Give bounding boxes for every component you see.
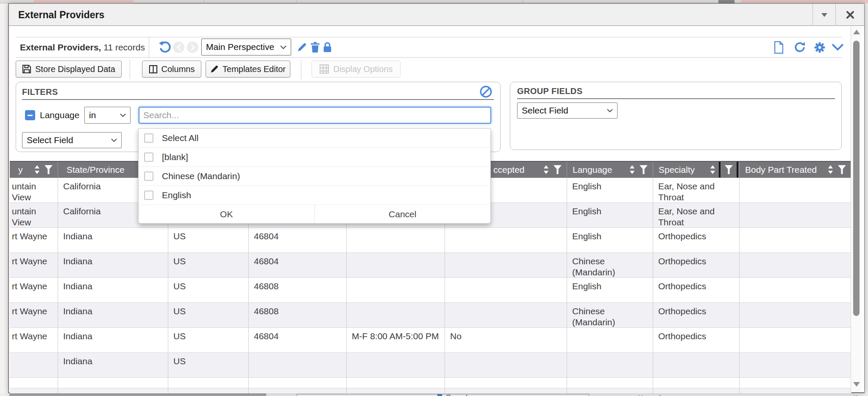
- table-cell: rt Wayne: [10, 278, 58, 302]
- table-cell: [740, 378, 851, 388]
- triangle-up-icon: [853, 30, 860, 34]
- table-cell: Indiana: [58, 353, 168, 377]
- table-actions-row: Store Displayed Data Columns Templates E…: [16, 61, 842, 78]
- table-cell: [740, 353, 851, 377]
- table-cell: [347, 253, 445, 277]
- filter-value-dropdown: Select All[blank]Chinese (Mandarin)Engli…: [138, 128, 491, 224]
- table-row[interactable]: [10, 378, 851, 388]
- filter-operator-select[interactable]: in: [84, 107, 131, 124]
- table-row[interactable]: rt WayneIndianaUS46808EnglishOrthopedics: [10, 278, 851, 303]
- filter-funnel-icon[interactable]: [43, 164, 53, 176]
- sort-icon[interactable]: [34, 164, 40, 175]
- table-cell: [58, 388, 168, 393]
- sort-icon[interactable]: [827, 164, 834, 175]
- table-cell: rt Wayne: [10, 303, 58, 327]
- filter-option-label: Select All: [162, 133, 198, 143]
- table-cell: [347, 353, 445, 377]
- sort-icon[interactable]: [629, 164, 635, 175]
- columns-button[interactable]: Columns: [142, 61, 201, 78]
- divider: [517, 98, 835, 99]
- table-cell: [445, 253, 567, 277]
- lock-perspective-button[interactable]: [323, 37, 332, 57]
- dialog-titlebar: External Providers: [9, 4, 864, 26]
- filter-search-input[interactable]: [139, 107, 491, 124]
- table-cell: US: [168, 328, 249, 352]
- grid-icon: [437, 394, 442, 396]
- new-record-button[interactable]: [773, 37, 784, 57]
- column-header[interactable]: Specialty: [653, 162, 740, 177]
- ok-button[interactable]: OK: [139, 205, 315, 224]
- collapse-toolbar-button[interactable]: [832, 37, 843, 57]
- settings-button[interactable]: [813, 37, 826, 57]
- scrollbar-thumb[interactable]: [853, 41, 860, 316]
- vertical-scrollbar[interactable]: [851, 26, 862, 392]
- scroll-up-button[interactable]: [851, 27, 862, 36]
- cancel-button[interactable]: Cancel: [315, 205, 491, 224]
- column-header[interactable]: Body Part Treated: [740, 162, 851, 177]
- chevron-down-icon: [280, 45, 287, 49]
- dialog-menu-button[interactable]: [812, 4, 835, 26]
- filter-funnel-icon[interactable]: [638, 164, 648, 176]
- filter-funnel-icon[interactable]: [552, 164, 562, 176]
- filter-option[interactable]: [blank]: [139, 148, 490, 167]
- table-row[interactable]: IndianaUS: [10, 353, 851, 378]
- checkbox-unchecked[interactable]: [144, 133, 153, 143]
- display-options-button: Display Options: [312, 61, 401, 78]
- refresh-button[interactable]: [793, 37, 806, 57]
- sort-icon[interactable]: [709, 164, 716, 175]
- delete-perspective-button[interactable]: [310, 37, 320, 57]
- filter-option[interactable]: Select All: [139, 129, 490, 148]
- column-header[interactable]: Language: [567, 162, 653, 177]
- filter-enabled-checkbox[interactable]: [25, 110, 35, 120]
- history-back-button[interactable]: [173, 37, 184, 57]
- table-cell: [249, 388, 347, 393]
- table-cell: rt Wayne: [10, 253, 58, 277]
- edit-perspective-button[interactable]: [297, 37, 307, 57]
- undo-button[interactable]: [159, 37, 172, 57]
- table-row[interactable]: rt WayneIndianaUS46808Chinese (Mandarin)…: [10, 303, 851, 328]
- checkbox-unchecked[interactable]: [144, 172, 153, 181]
- header-icons: [629, 164, 648, 176]
- background-icon-fragment: ✕: [638, 393, 643, 396]
- sort-icon[interactable]: [543, 164, 549, 175]
- divider: [301, 60, 301, 79]
- table-cell: rt Wayne: [10, 328, 58, 352]
- undo-icon: [159, 41, 172, 54]
- table-cell: Orthopedics: [653, 228, 740, 252]
- filter-option[interactable]: English: [139, 186, 490, 205]
- clear-filters-button[interactable]: [480, 86, 492, 100]
- table-cell: US: [168, 353, 249, 377]
- table-cell: [347, 303, 445, 327]
- table-cell: [168, 378, 249, 388]
- filter-funnel-icon[interactable]: [719, 162, 738, 177]
- checkbox-unchecked[interactable]: [144, 191, 153, 200]
- table-cell: Chinese (Mandarin): [567, 253, 653, 277]
- table-row[interactable]: rt WayneIndianaUS46804M-F 8:00 AM-5:00 P…: [10, 328, 851, 353]
- column-header-label: Specialty: [653, 165, 709, 175]
- perspective-select[interactable]: Main Perspective: [201, 39, 291, 55]
- filter-option[interactable]: Chinese (Mandarin): [139, 167, 490, 186]
- table-cell: [347, 228, 445, 252]
- table-row[interactable]: rt WayneIndianaUS46804EnglishOrthopedics: [10, 228, 851, 253]
- divider: [203, 0, 204, 3]
- background-tab-fragment: [34, 0, 134, 3]
- table-cell: 46804: [249, 253, 347, 277]
- checkbox-unchecked[interactable]: [144, 152, 153, 162]
- table-cell: [740, 253, 851, 277]
- filter-funnel-icon[interactable]: [837, 164, 847, 176]
- store-displayed-data-button[interactable]: Store Displayed Data: [16, 61, 122, 78]
- table-cell: [445, 353, 567, 377]
- table-cell: US: [168, 253, 249, 277]
- table-row[interactable]: rt WayneIndianaUS46804Chinese (Mandarin)…: [10, 253, 851, 278]
- table-cell: Indiana: [58, 328, 168, 352]
- filter-select-field[interactable]: Select Field: [22, 132, 122, 148]
- table-cell: 46808: [249, 303, 347, 327]
- dialog-close-button[interactable]: [835, 4, 865, 26]
- table-cell: [10, 388, 58, 393]
- column-header[interactable]: y: [10, 162, 58, 177]
- group-select-field[interactable]: Select Field: [517, 102, 618, 119]
- scroll-down-button[interactable]: [851, 379, 862, 389]
- templates-editor-button[interactable]: Templates Editor: [206, 61, 290, 78]
- history-forward-button[interactable]: [187, 37, 198, 57]
- table-cell: [567, 388, 653, 393]
